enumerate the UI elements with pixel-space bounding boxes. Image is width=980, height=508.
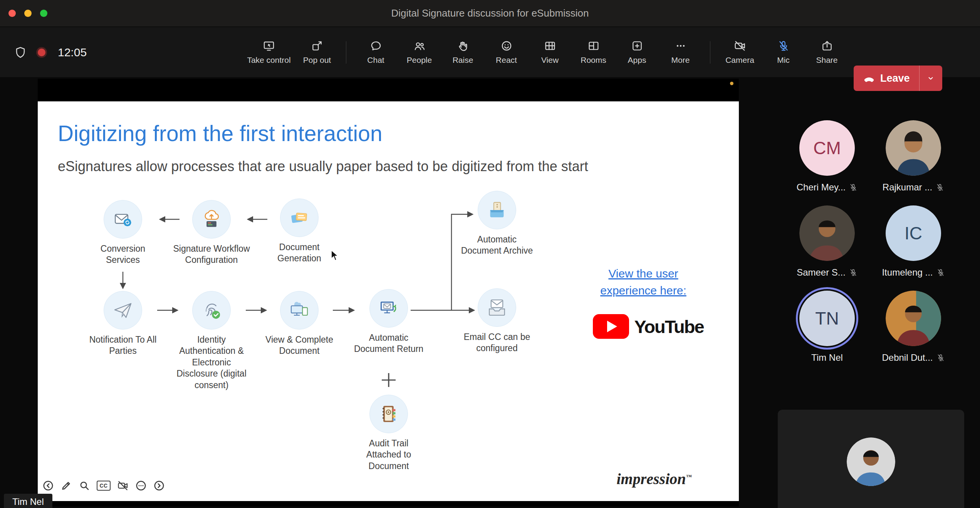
share-icon xyxy=(821,40,833,52)
more-button[interactable]: More xyxy=(659,27,702,77)
avatar xyxy=(886,291,941,346)
participant-name: Debnil Dut... xyxy=(882,352,933,363)
youtube-wordmark: YouTube xyxy=(634,316,703,337)
mail-tray-icon xyxy=(486,297,508,318)
node-label: Automatic Document Return xyxy=(350,332,427,355)
meeting-toolbar: 12:05 Take control Pop out xyxy=(0,27,980,77)
node-label: Email CC can be configured xyxy=(458,331,535,354)
avatar: TN xyxy=(799,291,855,346)
participant-name: Tim Nel xyxy=(811,352,843,363)
participant-photo xyxy=(799,205,855,261)
react-button[interactable]: React xyxy=(485,27,528,77)
mic-muted-icon xyxy=(777,40,790,52)
slide-title: Digitizing from the first interaction xyxy=(58,121,383,146)
pop-out-button[interactable]: Pop out xyxy=(296,27,338,77)
zoom-tool-button[interactable] xyxy=(79,480,90,491)
self-photo xyxy=(847,437,895,486)
youtube-logo: YouTube xyxy=(587,314,710,339)
flow-node-signature-workflow: Signature Workflow Configuration xyxy=(171,200,252,266)
node-label: Conversion Services xyxy=(90,243,156,266)
apps-icon xyxy=(631,40,643,52)
mic-muted-icon xyxy=(936,353,945,362)
leave-button-group: Leave xyxy=(854,66,942,91)
participant-name: Sameer S... xyxy=(797,267,846,278)
mic-muted-icon xyxy=(936,268,945,277)
slide-controls: CC xyxy=(42,480,165,491)
window-title: Digital Signature discussion for eSubmis… xyxy=(0,0,980,27)
people-button[interactable]: People xyxy=(398,27,441,77)
node-label: Automatic Document Archive xyxy=(456,234,537,257)
node-label: Identity Authentication & Electronic Dis… xyxy=(171,334,252,391)
next-slide-button[interactable] xyxy=(153,480,165,491)
participant-name: Cheri Mey... xyxy=(797,182,846,193)
participant-tile[interactable]: TN Tim Nel xyxy=(787,291,868,363)
view-grid-icon xyxy=(544,40,556,52)
impression-logo: impression™ xyxy=(596,470,712,488)
self-avatar xyxy=(847,437,895,486)
react-icon xyxy=(500,40,513,52)
flow-node-identity-authentication: Identity Authentication & Electronic Dis… xyxy=(171,291,252,391)
shared-screen-region: Digitizing from the first interaction eS… xyxy=(38,79,739,506)
take-control-icon xyxy=(263,40,275,52)
node-label: Document Generation xyxy=(267,242,332,264)
view-experience-link[interactable]: View the user experience here: xyxy=(582,265,705,299)
self-video-tile[interactable] xyxy=(778,410,964,508)
flow-node-conversion-services: Conversion Services xyxy=(90,200,156,266)
mic-muted-icon xyxy=(849,268,858,277)
chat-icon xyxy=(370,40,382,52)
devices-cloud-icon xyxy=(289,299,310,321)
cc-button[interactable]: CC xyxy=(97,481,111,491)
mic-button[interactable]: Mic xyxy=(762,27,805,77)
participant-tile[interactable]: IC Itumeleng ... xyxy=(873,205,954,278)
flow-node-notification: Notification To All Parties xyxy=(84,291,161,357)
participant-name: Itumeleng ... xyxy=(882,267,933,278)
mic-muted-icon xyxy=(936,183,944,192)
toolbar-divider xyxy=(346,41,346,64)
view-button[interactable]: View xyxy=(528,27,572,77)
toolbar-divider xyxy=(710,41,710,64)
raise-hand-icon xyxy=(457,40,469,52)
node-label: View & Complete Document xyxy=(259,334,340,357)
call-timer: 12:05 xyxy=(58,46,87,59)
more-ellipsis-icon xyxy=(675,40,687,52)
leave-button[interactable]: Leave xyxy=(854,66,919,91)
take-control-button[interactable]: Take control xyxy=(242,27,296,77)
rooms-icon xyxy=(587,40,600,52)
shield-icon xyxy=(14,46,27,59)
documents-icon xyxy=(289,207,310,229)
titlebar: Digital Signature discussion for eSubmis… xyxy=(0,0,980,27)
pop-out-icon xyxy=(311,40,323,52)
chevron-down-icon xyxy=(925,73,936,84)
avatar: CM xyxy=(799,120,855,176)
leave-options-button[interactable] xyxy=(919,66,942,91)
participant-tile[interactable]: CM Cheri Mey... xyxy=(787,120,868,193)
teams-meeting-window: Digital Signature discussion for eSubmis… xyxy=(0,0,980,508)
participant-tile[interactable]: Rajkumar ... xyxy=(873,120,954,193)
camera-off-icon xyxy=(734,40,746,52)
cloud-upload-icon xyxy=(201,209,222,230)
flow-node-automatic-document-return: Automatic Document Return xyxy=(350,289,427,355)
flow-node-email-cc: Email CC can be configured xyxy=(458,288,535,354)
people-icon xyxy=(413,40,426,52)
participant-tile[interactable]: Sameer S... xyxy=(787,205,868,278)
camera-off-tool-button[interactable] xyxy=(117,480,129,491)
audit-notebook-icon xyxy=(378,403,399,425)
participant-photo xyxy=(886,120,941,176)
camera-button[interactable]: Camera xyxy=(718,27,762,77)
leave-phone-icon xyxy=(863,72,875,84)
more-tools-button[interactable] xyxy=(135,480,147,491)
mic-muted-icon xyxy=(849,183,858,192)
mouse-cursor-icon xyxy=(331,250,341,262)
share-button[interactable]: Share xyxy=(805,27,849,77)
raise-hand-button[interactable]: Raise xyxy=(441,27,485,77)
participant-name: Rajkumar ... xyxy=(883,182,932,193)
participant-photo xyxy=(886,291,941,346)
node-label: Signature Workflow Configuration xyxy=(171,243,252,266)
rooms-button[interactable]: Rooms xyxy=(572,27,615,77)
apps-button[interactable]: Apps xyxy=(615,27,659,77)
previous-slide-button[interactable] xyxy=(42,480,54,491)
participant-tile[interactable]: Debnil Dut... xyxy=(873,291,954,363)
node-label: Notification To All Parties xyxy=(84,334,161,357)
chat-button[interactable]: Chat xyxy=(354,27,398,77)
pen-tool-button[interactable] xyxy=(60,480,72,491)
